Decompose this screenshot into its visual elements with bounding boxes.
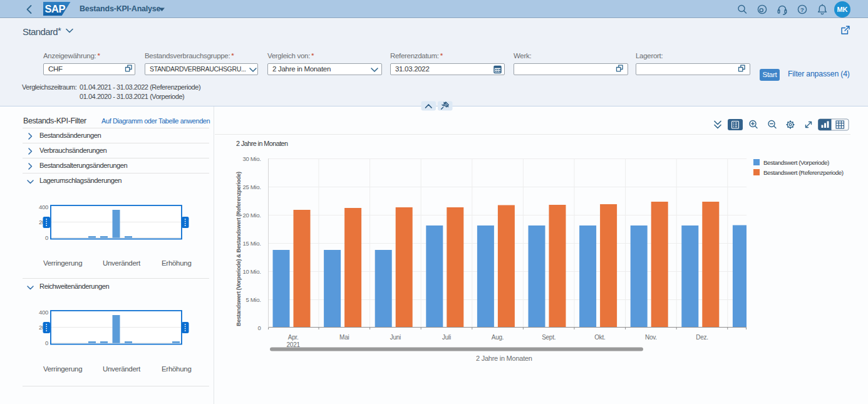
svg-text:15 Mio.: 15 Mio. — [242, 240, 261, 247]
svg-text:Bestandswert (Vorperiode): Bestandswert (Vorperiode) — [763, 159, 829, 166]
svg-text:Apr.: Apr. — [288, 334, 299, 341]
svg-text:Dez.: Dez. — [696, 334, 708, 341]
svg-text:Bestandswert (Referenzperiode): Bestandswert (Referenzperiode) — [763, 169, 844, 176]
svg-text:MK: MK — [837, 6, 847, 13]
svg-text:400: 400 — [39, 204, 48, 210]
svg-text:Juni: Juni — [390, 334, 401, 341]
svg-text:Bestandswert (Vorperiode) & Be: Bestandswert (Vorperiode) & Bestandswert… — [235, 172, 242, 326]
svg-text:5 Mio.: 5 Mio. — [245, 296, 261, 303]
svg-text:20 Mio.: 20 Mio. — [242, 212, 261, 219]
svg-text:Okt.: Okt. — [594, 334, 605, 341]
svg-text:0: 0 — [45, 339, 48, 346]
svg-text:Nov.: Nov. — [645, 334, 657, 341]
svg-text:10 Mio.: 10 Mio. — [242, 268, 261, 275]
svg-text:400: 400 — [39, 309, 48, 316]
svg-text:30 Mio.: 30 Mio. — [242, 155, 261, 162]
svg-text:25 Mio.: 25 Mio. — [242, 184, 261, 190]
svg-text:Mai: Mai — [339, 334, 349, 341]
svg-text:Juli: Juli — [442, 334, 451, 341]
svg-text:0: 0 — [45, 234, 48, 241]
svg-text:Sept.: Sept. — [542, 334, 555, 341]
svg-text:2021: 2021 — [287, 341, 301, 348]
svg-text:Aug.: Aug. — [492, 334, 504, 341]
svg-text:?: ? — [800, 6, 804, 13]
svg-text:0: 0 — [258, 324, 261, 331]
svg-text:SAP: SAP — [45, 3, 66, 14]
